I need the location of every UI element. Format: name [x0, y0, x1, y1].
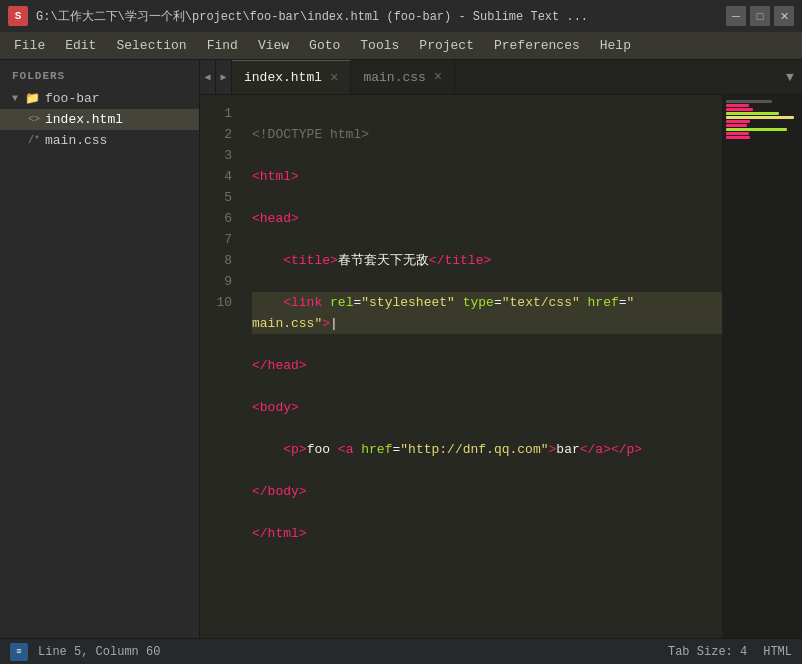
css-file-icon: /*: [28, 135, 40, 146]
line-num-9: 9: [208, 271, 232, 292]
sidebar-item-main-css[interactable]: /* main.css: [0, 130, 199, 151]
tab-main-css[interactable]: main.css ×: [351, 60, 455, 94]
code-line-10: </html>: [252, 523, 722, 544]
maximize-button[interactable]: □: [750, 6, 770, 26]
tab-nav-left[interactable]: ◀: [200, 60, 216, 94]
tab-nav-right[interactable]: ▶: [216, 60, 232, 94]
line-num-7: 7: [208, 229, 232, 250]
html-file-icon: <>: [28, 114, 40, 125]
menu-project[interactable]: Project: [409, 34, 484, 57]
status-icon: ≡: [10, 643, 28, 661]
code-line-7: <body>: [252, 397, 722, 418]
sidebar-item-index-html[interactable]: <> index.html: [0, 109, 199, 130]
line-num-8: 8: [208, 250, 232, 271]
menu-goto[interactable]: Goto: [299, 34, 350, 57]
minimize-button[interactable]: ─: [726, 6, 746, 26]
tab-index-html[interactable]: index.html ×: [232, 60, 351, 94]
minimap-line: [726, 104, 749, 107]
line-numbers: 1 2 3 4 5 6 7 8 9 10: [200, 95, 244, 638]
line-num-4: 4: [208, 166, 232, 187]
minimap: [722, 95, 802, 638]
folders-header: FOLDERS: [0, 60, 199, 88]
statusbar-left: ≡ Line 5, Column 60: [10, 643, 160, 661]
minimap-content: [722, 95, 802, 144]
menubar: File Edit Selection Find View Goto Tools…: [0, 32, 802, 60]
tab-dropdown[interactable]: ▼: [778, 60, 802, 94]
code-line-4: <title>春节套天下无敌</title>: [252, 250, 722, 271]
statusbar-right: Tab Size: 4 HTML: [668, 645, 792, 659]
tab-size: Tab Size: 4: [668, 645, 747, 659]
line-num-2: 2: [208, 124, 232, 145]
close-button[interactable]: ✕: [774, 6, 794, 26]
minimap-line: [726, 116, 794, 119]
app-icon: S: [8, 6, 28, 26]
window-title: G:\工作大二下\学习一个利\project\foo-bar\index.htm…: [36, 8, 588, 25]
file-name-main: main.css: [45, 133, 107, 148]
statusbar: ≡ Line 5, Column 60 Tab Size: 4 HTML: [0, 638, 802, 664]
menu-help[interactable]: Help: [590, 34, 641, 57]
expand-arrow-icon: ▼: [12, 93, 18, 104]
sidebar-folder-foo-bar[interactable]: ▼ 📁 foo-bar: [0, 88, 199, 109]
code-line-2: <html>: [252, 166, 722, 187]
code-line-5: <link rel="stylesheet" type="text/css" h…: [252, 292, 722, 334]
code-line-8: <p>foo <a href="http://dnf.qq.com">bar</…: [252, 439, 722, 460]
code-area[interactable]: 1 2 3 4 5 6 7 8 9 10 <!DOCTYPE html> <ht…: [200, 95, 802, 638]
line-num-3: 3: [208, 145, 232, 166]
minimap-line: [726, 120, 750, 123]
editor-area: ◀ ▶ index.html × main.css × ▼ 1 2 3 4 5 …: [200, 60, 802, 638]
folder-name: foo-bar: [45, 91, 100, 106]
code-editor[interactable]: <!DOCTYPE html> <html> <head> <title>春节套…: [244, 95, 722, 638]
line-num-10: 10: [208, 292, 232, 313]
code-line-6: </head>: [252, 355, 722, 376]
code-line-3: <head>: [252, 208, 722, 229]
menu-edit[interactable]: Edit: [55, 34, 106, 57]
minimap-line: [726, 136, 750, 139]
minimap-line: [726, 108, 753, 111]
titlebar-left: S G:\工作大二下\学习一个利\project\foo-bar\index.h…: [8, 6, 588, 26]
cursor-position: Line 5, Column 60: [38, 645, 160, 659]
menu-file[interactable]: File: [4, 34, 55, 57]
line-num-6: 6: [208, 208, 232, 229]
main-area: FOLDERS ▼ 📁 foo-bar <> index.html /* mai…: [0, 60, 802, 638]
tab-label-index: index.html: [244, 70, 322, 85]
minimap-line: [726, 100, 772, 103]
menu-preferences[interactable]: Preferences: [484, 34, 590, 57]
titlebar-controls: ─ □ ✕: [726, 6, 794, 26]
tab-close-index[interactable]: ×: [330, 71, 338, 85]
menu-view[interactable]: View: [248, 34, 299, 57]
tab-label-main: main.css: [363, 70, 425, 85]
language-indicator: HTML: [763, 645, 792, 659]
line-num-5: 5: [208, 187, 232, 208]
code-line-1: <!DOCTYPE html>: [252, 124, 722, 145]
menu-tools[interactable]: Tools: [350, 34, 409, 57]
tabbar: ◀ ▶ index.html × main.css × ▼: [200, 60, 802, 95]
file-name-index: index.html: [45, 112, 123, 127]
menu-selection[interactable]: Selection: [106, 34, 196, 57]
minimap-line: [726, 124, 747, 127]
code-line-9: </body>: [252, 481, 722, 502]
tab-close-main[interactable]: ×: [434, 70, 442, 84]
folder-icon: 📁: [25, 91, 40, 106]
minimap-line: [726, 128, 787, 131]
minimap-line: [726, 112, 779, 115]
minimap-line: [726, 132, 749, 135]
sidebar: FOLDERS ▼ 📁 foo-bar <> index.html /* mai…: [0, 60, 200, 638]
line-num-1: 1: [208, 103, 232, 124]
menu-find[interactable]: Find: [197, 34, 248, 57]
titlebar: S G:\工作大二下\学习一个利\project\foo-bar\index.h…: [0, 0, 802, 32]
